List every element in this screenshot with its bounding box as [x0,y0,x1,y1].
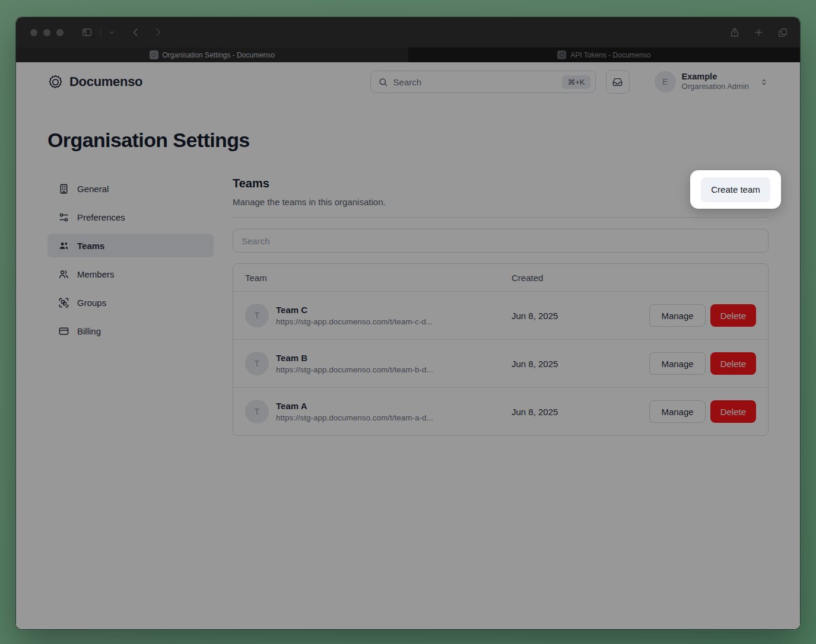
dim-overlay [16,17,800,629]
create-team-button[interactable]: Create team [701,177,770,202]
spotlight-highlight: Create team [690,170,781,209]
browser-window: Organisation Settings - Documenso API To… [16,17,800,629]
